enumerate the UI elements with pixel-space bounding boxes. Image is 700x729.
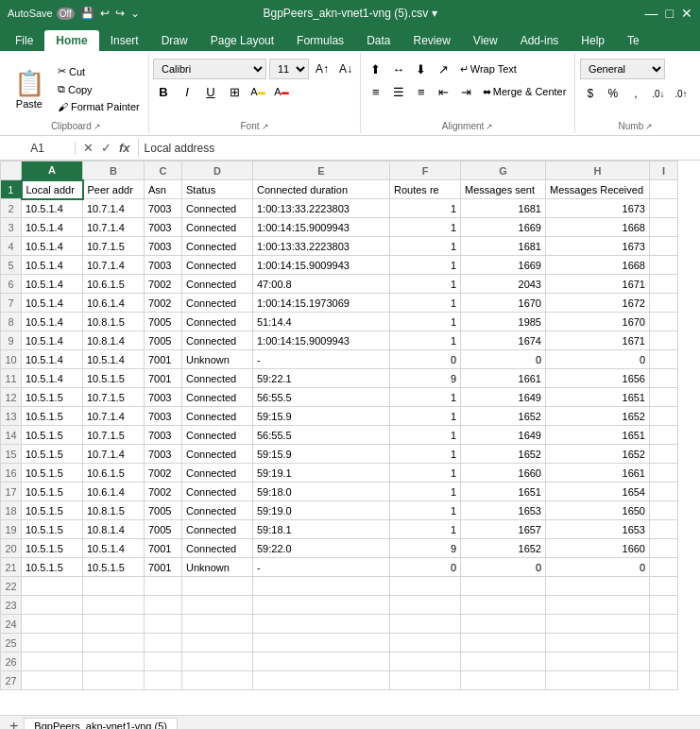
cell[interactable]: 10.5.1.5 xyxy=(83,369,145,388)
cell[interactable]: 7001 xyxy=(145,369,182,388)
font-expand-icon[interactable]: ↗ xyxy=(262,122,269,131)
cell[interactable]: Peer addr xyxy=(83,180,145,199)
number-format-select[interactable]: General xyxy=(580,59,665,79)
cell[interactable]: 7002 xyxy=(145,483,182,501)
cell[interactable]: 7003 xyxy=(145,218,182,237)
cell[interactable]: 1651 xyxy=(546,426,650,445)
cell[interactable]: 59:22.0 xyxy=(253,539,390,558)
cell[interactable] xyxy=(650,275,678,294)
cell[interactable]: 10.5.1.4 xyxy=(22,350,83,369)
cell[interactable]: 1 xyxy=(390,331,461,350)
close-btn[interactable]: ✕ xyxy=(681,6,692,21)
col-header-F[interactable]: F xyxy=(390,161,461,180)
cell[interactable]: 1671 xyxy=(546,331,650,350)
cell[interactable]: - xyxy=(253,350,390,369)
cell[interactable]: 7002 xyxy=(145,294,182,313)
cell[interactable] xyxy=(650,331,678,350)
cell[interactable]: 7003 xyxy=(145,407,182,426)
cell[interactable] xyxy=(546,615,650,634)
cell[interactable]: 1:00:14:15.9009943 xyxy=(253,331,390,350)
cell[interactable]: 1668 xyxy=(546,218,650,237)
cell[interactable]: 10.8.1.4 xyxy=(83,331,145,350)
copy-button[interactable]: ⧉ Copy xyxy=(54,81,144,97)
cell[interactable] xyxy=(650,199,678,218)
cell[interactable]: 1:00:13:33.2223803 xyxy=(253,237,390,256)
cell[interactable]: Connected xyxy=(182,388,253,407)
cell[interactable] xyxy=(650,294,678,313)
cell[interactable] xyxy=(253,596,390,615)
cell[interactable]: Status xyxy=(182,180,253,199)
cell[interactable]: 10.5.1.5 xyxy=(22,388,83,407)
add-sheet-btn[interactable]: + xyxy=(4,718,24,730)
cell[interactable]: 1681 xyxy=(461,237,546,256)
cell[interactable]: Connected xyxy=(182,331,253,350)
cell[interactable]: 56:55.5 xyxy=(253,426,390,445)
border-btn[interactable]: ⊞ xyxy=(224,81,245,102)
tab-draw[interactable]: Draw xyxy=(150,30,199,51)
cell[interactable]: 59:18.1 xyxy=(253,520,390,539)
redo-icon[interactable]: ↪ xyxy=(115,7,125,20)
cell[interactable]: 1673 xyxy=(546,199,650,218)
cell[interactable]: 59:19.1 xyxy=(253,464,390,483)
col-header-E[interactable]: E xyxy=(253,161,390,180)
cell[interactable] xyxy=(650,426,678,445)
cell[interactable]: 1673 xyxy=(546,237,650,256)
align-top-btn[interactable]: ⬆ xyxy=(366,59,386,79)
orient-btn[interactable]: ↗ xyxy=(434,59,454,79)
tab-help[interactable]: Help xyxy=(570,30,616,51)
cell[interactable] xyxy=(253,615,390,634)
undo-icon[interactable]: ↩ xyxy=(100,7,110,20)
sheet-tab-main[interactable]: BgpPeers_akn-vnet1-vng (5) xyxy=(24,718,178,729)
cell[interactable]: 51:14.4 xyxy=(253,313,390,331)
cell[interactable] xyxy=(650,180,678,199)
cell[interactable]: 1 xyxy=(390,501,461,520)
cell[interactable]: 1661 xyxy=(461,369,546,388)
percent-btn[interactable]: % xyxy=(603,83,623,104)
spreadsheet-container[interactable]: A B C D E F G H I 1Local addrPeer addrAs… xyxy=(0,161,700,715)
cell[interactable] xyxy=(461,653,546,671)
cell[interactable]: 1 xyxy=(390,407,461,426)
cell[interactable]: 10.7.1.4 xyxy=(83,407,145,426)
cell[interactable]: 1:00:14:15.9009943 xyxy=(253,218,390,237)
cell[interactable]: 1 xyxy=(390,218,461,237)
cell[interactable]: 7005 xyxy=(145,331,182,350)
cell[interactable]: 10.6.1.5 xyxy=(83,275,145,294)
cell[interactable]: 1652 xyxy=(461,539,546,558)
cell[interactable]: 1:00:14:15.9009943 xyxy=(253,256,390,275)
cell[interactable]: Connected xyxy=(182,501,253,520)
cell[interactable] xyxy=(253,577,390,596)
col-header-C[interactable]: C xyxy=(145,161,182,180)
decrease-decimal-btn[interactable]: .0↓ xyxy=(648,83,669,104)
cell[interactable] xyxy=(83,671,145,690)
italic-button[interactable]: I xyxy=(177,81,197,102)
cell[interactable] xyxy=(650,634,678,653)
cell[interactable]: 0 xyxy=(546,558,650,577)
cell[interactable]: 10.5.1.4 xyxy=(22,218,83,237)
cell[interactable] xyxy=(22,653,83,671)
cell[interactable] xyxy=(390,615,461,634)
align-left-btn[interactable]: ≡ xyxy=(366,81,386,102)
cell[interactable] xyxy=(650,520,678,539)
cell[interactable]: Connected xyxy=(182,294,253,313)
cell[interactable]: Local addr xyxy=(22,180,83,199)
font-size-select[interactable]: 11 xyxy=(269,59,309,79)
cell[interactable]: Connected xyxy=(182,313,253,331)
cell[interactable]: 1653 xyxy=(461,501,546,520)
cell[interactable] xyxy=(145,634,182,653)
cell[interactable] xyxy=(650,596,678,615)
cell[interactable]: Unknown xyxy=(182,350,253,369)
col-header-D[interactable]: D xyxy=(182,161,253,180)
col-header-G[interactable]: G xyxy=(461,161,546,180)
number-expand-icon[interactable]: ↗ xyxy=(645,122,653,131)
cell[interactable] xyxy=(390,596,461,615)
confirm-formula-btn[interactable]: ✓ xyxy=(99,139,113,157)
cell[interactable] xyxy=(546,634,650,653)
cell[interactable] xyxy=(650,653,678,671)
cell[interactable]: 59:15.9 xyxy=(253,407,390,426)
cell[interactable] xyxy=(546,653,650,671)
cell[interactable]: 59:22.1 xyxy=(253,369,390,388)
cell[interactable]: 1650 xyxy=(546,501,650,520)
cell[interactable]: 1674 xyxy=(461,331,546,350)
cell[interactable]: 7003 xyxy=(145,426,182,445)
cell[interactable]: 47:00.8 xyxy=(253,275,390,294)
